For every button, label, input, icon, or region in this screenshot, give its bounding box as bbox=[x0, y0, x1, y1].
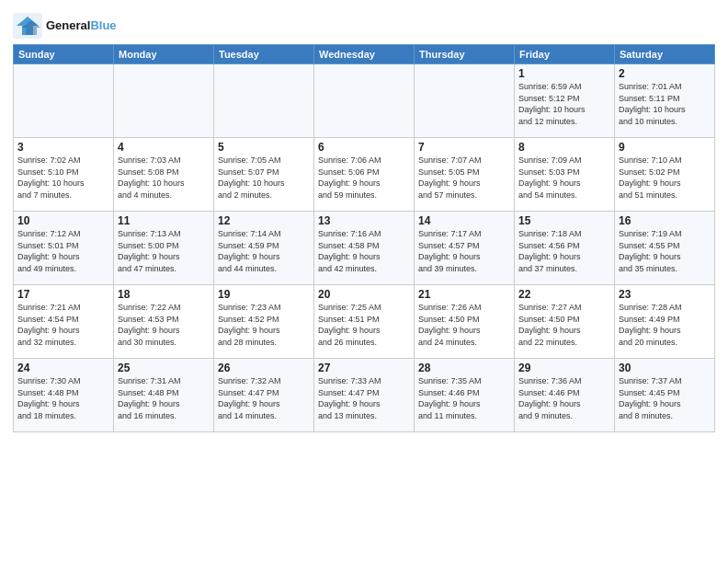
day-detail: Sunrise: 7:28 AM Sunset: 4:49 PM Dayligh… bbox=[619, 302, 711, 348]
week-row-4: 17Sunrise: 7:21 AM Sunset: 4:54 PM Dayli… bbox=[14, 285, 715, 359]
day-number: 1 bbox=[518, 67, 610, 80]
day-number: 3 bbox=[17, 141, 109, 154]
day-cell: 13Sunrise: 7:16 AM Sunset: 4:58 PM Dayli… bbox=[314, 212, 415, 285]
day-cell: 23Sunrise: 7:28 AM Sunset: 4:49 PM Dayli… bbox=[615, 285, 715, 359]
day-cell: 5Sunrise: 7:05 AM Sunset: 5:07 PM Daylig… bbox=[214, 138, 314, 212]
day-number: 22 bbox=[518, 288, 610, 301]
day-number: 4 bbox=[118, 141, 210, 154]
header-cell-saturday: Saturday bbox=[615, 45, 715, 64]
day-detail: Sunrise: 7:21 AM Sunset: 4:54 PM Dayligh… bbox=[17, 302, 109, 348]
day-detail: Sunrise: 7:32 AM Sunset: 4:47 PM Dayligh… bbox=[218, 375, 310, 421]
day-detail: Sunrise: 6:59 AM Sunset: 5:12 PM Dayligh… bbox=[518, 81, 610, 127]
day-detail: Sunrise: 7:10 AM Sunset: 5:02 PM Dayligh… bbox=[619, 155, 711, 201]
header: GeneralBlue bbox=[13, 9, 715, 39]
day-detail: Sunrise: 7:09 AM Sunset: 5:03 PM Dayligh… bbox=[518, 155, 610, 201]
day-detail: Sunrise: 7:27 AM Sunset: 4:50 PM Dayligh… bbox=[518, 302, 610, 348]
header-cell-thursday: Thursday bbox=[415, 45, 515, 64]
day-detail: Sunrise: 7:33 AM Sunset: 4:47 PM Dayligh… bbox=[318, 375, 410, 421]
day-cell: 11Sunrise: 7:13 AM Sunset: 5:00 PM Dayli… bbox=[114, 212, 214, 285]
week-row-5: 24Sunrise: 7:30 AM Sunset: 4:48 PM Dayli… bbox=[14, 359, 715, 432]
day-cell: 30Sunrise: 7:37 AM Sunset: 4:45 PM Dayli… bbox=[615, 359, 715, 432]
week-row-3: 10Sunrise: 7:12 AM Sunset: 5:01 PM Dayli… bbox=[14, 212, 715, 285]
day-detail: Sunrise: 7:25 AM Sunset: 4:51 PM Dayligh… bbox=[318, 302, 410, 348]
day-cell: 3Sunrise: 7:02 AM Sunset: 5:10 PM Daylig… bbox=[14, 138, 114, 212]
day-detail: Sunrise: 7:26 AM Sunset: 4:50 PM Dayligh… bbox=[418, 302, 510, 348]
day-number: 17 bbox=[17, 288, 109, 301]
day-number: 5 bbox=[218, 141, 310, 154]
logo-text: GeneralBlue bbox=[46, 18, 117, 33]
day-detail: Sunrise: 7:35 AM Sunset: 4:46 PM Dayligh… bbox=[418, 375, 510, 421]
calendar-table: SundayMondayTuesdayWednesdayThursdayFrid… bbox=[13, 44, 715, 432]
day-cell: 28Sunrise: 7:35 AM Sunset: 4:46 PM Dayli… bbox=[415, 359, 515, 432]
day-cell: 29Sunrise: 7:36 AM Sunset: 4:46 PM Dayli… bbox=[515, 359, 615, 432]
day-number: 29 bbox=[518, 362, 610, 374]
day-number: 18 bbox=[118, 288, 210, 301]
day-detail: Sunrise: 7:17 AM Sunset: 4:57 PM Dayligh… bbox=[418, 228, 510, 274]
day-cell: 20Sunrise: 7:25 AM Sunset: 4:51 PM Dayli… bbox=[314, 285, 415, 359]
day-cell: 9Sunrise: 7:10 AM Sunset: 5:02 PM Daylig… bbox=[615, 138, 715, 212]
day-detail: Sunrise: 7:01 AM Sunset: 5:11 PM Dayligh… bbox=[619, 81, 711, 127]
header-cell-friday: Friday bbox=[515, 45, 615, 64]
day-cell: 14Sunrise: 7:17 AM Sunset: 4:57 PM Dayli… bbox=[415, 212, 515, 285]
day-detail: Sunrise: 7:37 AM Sunset: 4:45 PM Dayligh… bbox=[619, 375, 711, 421]
day-cell: 22Sunrise: 7:27 AM Sunset: 4:50 PM Dayli… bbox=[515, 285, 615, 359]
day-cell: 10Sunrise: 7:12 AM Sunset: 5:01 PM Dayli… bbox=[14, 212, 114, 285]
day-cell bbox=[314, 64, 415, 138]
day-detail: Sunrise: 7:13 AM Sunset: 5:00 PM Dayligh… bbox=[118, 228, 210, 274]
day-number: 24 bbox=[17, 362, 109, 374]
day-detail: Sunrise: 7:05 AM Sunset: 5:07 PM Dayligh… bbox=[218, 155, 310, 201]
day-cell bbox=[14, 64, 114, 138]
day-number: 10 bbox=[17, 214, 109, 227]
day-number: 13 bbox=[318, 214, 410, 227]
day-number: 21 bbox=[418, 288, 510, 301]
week-row-1: 1Sunrise: 6:59 AM Sunset: 5:12 PM Daylig… bbox=[14, 64, 715, 138]
day-cell: 18Sunrise: 7:22 AM Sunset: 4:53 PM Dayli… bbox=[114, 285, 214, 359]
day-detail: Sunrise: 7:06 AM Sunset: 5:06 PM Dayligh… bbox=[318, 155, 410, 201]
header-cell-monday: Monday bbox=[114, 45, 214, 64]
day-cell: 25Sunrise: 7:31 AM Sunset: 4:48 PM Dayli… bbox=[114, 359, 214, 432]
day-number: 28 bbox=[418, 362, 510, 374]
day-cell: 4Sunrise: 7:03 AM Sunset: 5:08 PM Daylig… bbox=[114, 138, 214, 212]
day-detail: Sunrise: 7:22 AM Sunset: 4:53 PM Dayligh… bbox=[118, 302, 210, 348]
day-detail: Sunrise: 7:03 AM Sunset: 5:08 PM Dayligh… bbox=[118, 155, 210, 201]
day-number: 2 bbox=[619, 67, 711, 80]
day-cell bbox=[415, 64, 515, 138]
day-detail: Sunrise: 7:16 AM Sunset: 4:58 PM Dayligh… bbox=[318, 228, 410, 274]
day-detail: Sunrise: 7:14 AM Sunset: 4:59 PM Dayligh… bbox=[218, 228, 310, 274]
day-cell: 27Sunrise: 7:33 AM Sunset: 4:47 PM Dayli… bbox=[314, 359, 415, 432]
day-detail: Sunrise: 7:12 AM Sunset: 5:01 PM Dayligh… bbox=[17, 228, 109, 274]
day-number: 27 bbox=[318, 362, 410, 374]
day-number: 16 bbox=[619, 214, 711, 227]
day-number: 19 bbox=[218, 288, 310, 301]
day-cell: 6Sunrise: 7:06 AM Sunset: 5:06 PM Daylig… bbox=[314, 138, 415, 212]
day-detail: Sunrise: 7:23 AM Sunset: 4:52 PM Dayligh… bbox=[218, 302, 310, 348]
day-cell: 21Sunrise: 7:26 AM Sunset: 4:50 PM Dayli… bbox=[415, 285, 515, 359]
day-number: 9 bbox=[619, 141, 711, 154]
day-number: 12 bbox=[218, 214, 310, 227]
day-cell: 12Sunrise: 7:14 AM Sunset: 4:59 PM Dayli… bbox=[214, 212, 314, 285]
day-detail: Sunrise: 7:31 AM Sunset: 4:48 PM Dayligh… bbox=[118, 375, 210, 421]
day-cell: 1Sunrise: 6:59 AM Sunset: 5:12 PM Daylig… bbox=[515, 64, 615, 138]
logo: GeneralBlue bbox=[13, 13, 117, 39]
day-detail: Sunrise: 7:30 AM Sunset: 4:48 PM Dayligh… bbox=[17, 375, 109, 421]
day-cell: 17Sunrise: 7:21 AM Sunset: 4:54 PM Dayli… bbox=[14, 285, 114, 359]
week-row-2: 3Sunrise: 7:02 AM Sunset: 5:10 PM Daylig… bbox=[14, 138, 715, 212]
day-number: 15 bbox=[518, 214, 610, 227]
day-detail: Sunrise: 7:19 AM Sunset: 4:55 PM Dayligh… bbox=[619, 228, 711, 274]
day-detail: Sunrise: 7:36 AM Sunset: 4:46 PM Dayligh… bbox=[518, 375, 610, 421]
day-cell: 24Sunrise: 7:30 AM Sunset: 4:48 PM Dayli… bbox=[14, 359, 114, 432]
day-detail: Sunrise: 7:02 AM Sunset: 5:10 PM Dayligh… bbox=[17, 155, 109, 201]
day-cell: 2Sunrise: 7:01 AM Sunset: 5:11 PM Daylig… bbox=[615, 64, 715, 138]
day-number: 14 bbox=[418, 214, 510, 227]
calendar-header: SundayMondayTuesdayWednesdayThursdayFrid… bbox=[14, 45, 715, 64]
day-cell bbox=[114, 64, 214, 138]
calendar-body: 1Sunrise: 6:59 AM Sunset: 5:12 PM Daylig… bbox=[14, 64, 715, 432]
day-cell: 26Sunrise: 7:32 AM Sunset: 4:47 PM Dayli… bbox=[214, 359, 314, 432]
day-cell: 7Sunrise: 7:07 AM Sunset: 5:05 PM Daylig… bbox=[415, 138, 515, 212]
day-number: 6 bbox=[318, 141, 410, 154]
logo-icon bbox=[13, 13, 42, 39]
day-number: 8 bbox=[518, 141, 610, 154]
day-detail: Sunrise: 7:18 AM Sunset: 4:56 PM Dayligh… bbox=[518, 228, 610, 274]
day-cell: 8Sunrise: 7:09 AM Sunset: 5:03 PM Daylig… bbox=[515, 138, 615, 212]
header-row: SundayMondayTuesdayWednesdayThursdayFrid… bbox=[14, 45, 715, 64]
